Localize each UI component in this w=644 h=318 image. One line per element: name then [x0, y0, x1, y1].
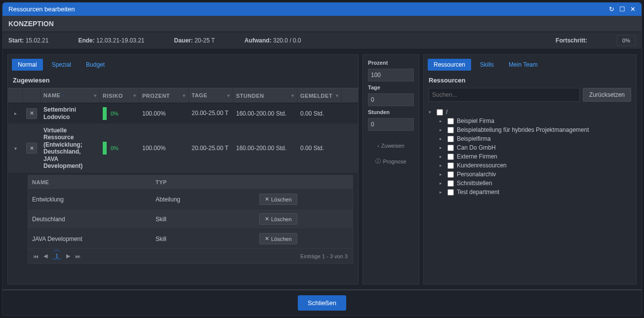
tree-node[interactable]: ▸Beispiel Firma	[440, 117, 631, 125]
tree-label: /	[446, 109, 447, 116]
close-icon[interactable]: ✕	[630, 5, 636, 13]
tree-node[interactable]: ▸Schnittstellen	[440, 179, 631, 188]
tree-checkbox[interactable]	[447, 118, 454, 124]
forecast-button[interactable]: ⓘPrognose	[368, 155, 414, 168]
filter-icon[interactable]: ▾	[227, 93, 230, 99]
tree-checkbox[interactable]	[447, 180, 454, 187]
subcol-name[interactable]: NAME	[28, 175, 152, 189]
assign-button[interactable]: ‹Zuweisen	[368, 140, 414, 152]
remove-button[interactable]: ✕	[26, 143, 37, 154]
days-input[interactable]	[368, 93, 414, 106]
tree-checkbox[interactable]	[447, 154, 454, 160]
expand-icon[interactable]: ▸	[440, 163, 444, 168]
tree-checkbox[interactable]	[447, 145, 454, 151]
expand-icon[interactable]: ▸	[440, 136, 444, 141]
pager-prev-icon[interactable]: ◀	[43, 253, 47, 259]
delete-button[interactable]: ✕Löschen	[259, 233, 297, 244]
filter-icon[interactable]: ▾	[336, 93, 339, 98]
collapse-icon[interactable]: ▾	[429, 110, 434, 115]
tab-spezial[interactable]: Spezial	[46, 59, 77, 71]
filter-icon[interactable]: ▾	[291, 93, 294, 98]
tree-checkbox[interactable]	[447, 171, 454, 178]
maximize-icon[interactable]: ☐	[619, 5, 625, 13]
expand-icon[interactable]: ▸	[440, 172, 444, 177]
expand-icon[interactable]: ▸	[14, 111, 17, 116]
tree-checkbox[interactable]	[447, 127, 454, 133]
filter-icon[interactable]: ▾	[133, 93, 136, 98]
tab-normal[interactable]: Normal	[12, 59, 43, 71]
filter-icon[interactable]: ▾	[183, 93, 186, 98]
info-icon: ⓘ	[375, 158, 381, 165]
end-label: Ende:	[78, 37, 94, 44]
refresh-icon[interactable]: ↻	[609, 5, 614, 13]
expand-icon[interactable]: ▸	[440, 190, 444, 195]
pager-first-icon[interactable]: ⏮	[33, 253, 39, 259]
hours-input[interactable]	[368, 118, 414, 131]
tree-node[interactable]: ▸Kundenressourcen	[440, 161, 631, 170]
days-label: Tage	[368, 84, 414, 90]
tree-label: Can Do GmbH	[457, 144, 496, 151]
tree-label: Beispiel Firma	[457, 118, 494, 124]
tab-budget[interactable]: Budget	[80, 59, 111, 71]
hours-label: Stunden	[368, 109, 414, 115]
tree-checkbox[interactable]	[447, 189, 454, 196]
skill-type: Abteilung	[152, 192, 255, 207]
tree-checkbox[interactable]	[437, 109, 443, 116]
start-label: Start:	[8, 37, 24, 44]
tab-skills[interactable]: Skills	[474, 59, 500, 71]
remove-button[interactable]: ✕	[26, 108, 37, 119]
col-percent[interactable]: PROZENT	[142, 93, 170, 99]
subcol-type[interactable]: TYP	[152, 175, 255, 189]
sort-asc-icon[interactable]: ↑	[62, 93, 65, 98]
tree-root[interactable]: ▾ /	[429, 108, 631, 117]
skills-subgrid: NAME TYP Entwicklung Abteilung ✕Löschen …	[28, 175, 353, 264]
search-input[interactable]	[429, 88, 580, 102]
tree-node[interactable]: ▸Can Do GmbH	[440, 143, 631, 152]
col-risk[interactable]: RISIKO	[103, 93, 123, 99]
col-hours[interactable]: STUNDEN	[236, 93, 264, 99]
risk-bar	[103, 107, 107, 120]
tab-resources[interactable]: Ressourcen	[428, 59, 471, 71]
reset-button[interactable]: Zurücksetzen	[583, 88, 631, 102]
filter-icon[interactable]: ▾	[94, 93, 97, 99]
tree-node[interactable]: ▸Beispielabteilung für hybrides Projektm…	[440, 125, 631, 134]
page-title: KONZEPTION	[2, 16, 642, 32]
tree-label: Schnittstellen	[457, 180, 492, 187]
percent-label: Prozent	[368, 60, 414, 66]
col-days[interactable]: TAGE	[192, 92, 207, 99]
expand-icon[interactable]: ▸	[440, 181, 444, 186]
tab-myteam[interactable]: Mein Team	[503, 59, 543, 71]
tree-node[interactable]: ▸Personalarchiv	[440, 170, 631, 179]
pager-next-icon[interactable]: ▶	[66, 253, 70, 259]
tree-label: Beispielfirma	[457, 135, 491, 142]
tree-checkbox[interactable]	[447, 136, 454, 142]
tree-node[interactable]: ▸Externe Firmen	[440, 152, 631, 161]
expand-icon[interactable]: ▸	[440, 145, 444, 150]
tree-checkbox[interactable]	[447, 162, 454, 169]
pager-last-icon[interactable]: ⏭	[75, 253, 80, 259]
close-button[interactable]: Schließen	[298, 295, 346, 311]
reported-value: 0.00 Std.	[297, 103, 342, 123]
resources-title: Ressourcen	[424, 75, 636, 88]
hours-value: 160.00-200.00 Std.	[233, 103, 297, 123]
tree-node[interactable]: ▸Beispielfirma	[440, 134, 631, 143]
resource-name: Settembrini Lodovico	[40, 103, 100, 123]
expand-icon[interactable]: ▸	[440, 119, 444, 123]
skill-name: Deutschland	[28, 212, 152, 227]
col-reported[interactable]: GEMELDET	[300, 93, 332, 99]
delete-button[interactable]: ✕Löschen	[259, 213, 297, 225]
skill-name: JAVA Development	[28, 232, 152, 246]
table-row[interactable]: ▾ ✕ Virtuelle Ressource (Entwicklung; De…	[8, 124, 358, 173]
resource-name: Virtuelle Ressource (Entwicklung; Deutsc…	[40, 124, 100, 172]
expand-icon[interactable]: ▸	[440, 154, 444, 159]
tree-label: Personalarchiv	[457, 171, 496, 178]
collapse-icon[interactable]: ▾	[14, 146, 17, 151]
pager-page[interactable]: 1	[52, 253, 61, 259]
progress-label: Fortschritt:	[556, 37, 587, 44]
tree-node[interactable]: ▸Test department	[440, 188, 631, 197]
table-row[interactable]: ▸ ✕ Settembrini Lodovico 0% 100.00% 20.0…	[8, 103, 358, 124]
delete-button[interactable]: ✕Löschen	[259, 194, 297, 205]
expand-icon[interactable]: ▸	[440, 127, 444, 132]
col-name[interactable]: NAME	[43, 92, 60, 98]
percent-input[interactable]	[368, 69, 414, 81]
